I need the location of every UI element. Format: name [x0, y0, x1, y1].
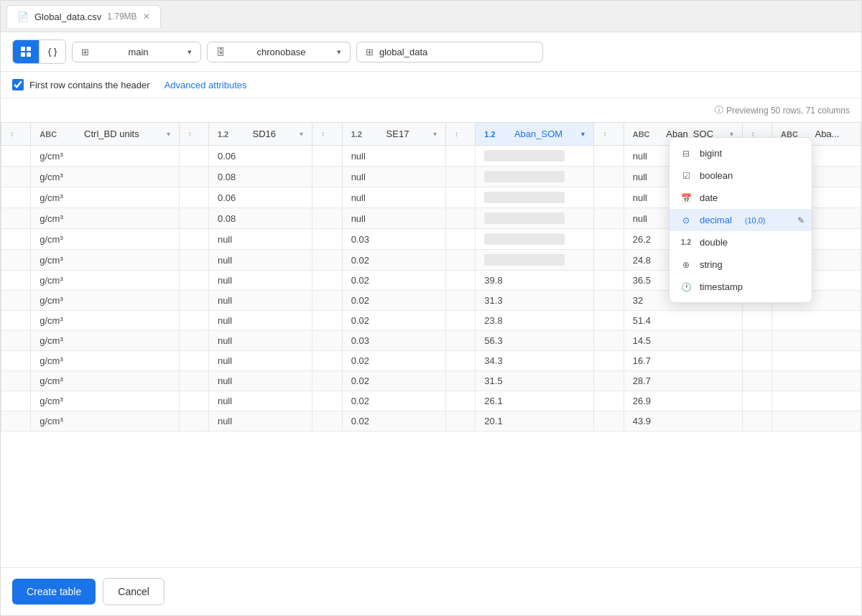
table-view-icon [20, 46, 32, 57]
schema-db-icon: ⊞ [81, 47, 89, 57]
expand-cell [312, 146, 342, 167]
col-header-sd16[interactable]: 1.2 SD16 ▾ [208, 123, 312, 146]
view-table-button[interactable] [13, 40, 39, 63]
expand-cell [446, 371, 476, 391]
cell-sd16: 0.08 [208, 208, 312, 229]
date-icon: 📅 [680, 193, 692, 203]
schema-select[interactable]: ⊞ main ▾ [72, 42, 201, 62]
expand-cell [179, 271, 208, 291]
cell-aba [772, 331, 861, 351]
tab-close-icon[interactable]: ✕ [143, 11, 150, 22]
type-option-string[interactable]: ⊕ string [669, 253, 812, 276]
cell-sd16: null [208, 271, 312, 291]
expand-cell [179, 229, 208, 250]
cell-se17: 0.02 [342, 371, 445, 391]
col-chevron-1[interactable]: ▾ [300, 130, 303, 138]
cell-aban-som: 20.1 [476, 411, 594, 431]
expand-cell [312, 291, 342, 311]
expand-cell [446, 311, 476, 331]
expand-cell [594, 250, 624, 271]
expand-cell [312, 371, 342, 391]
expand-cell [1, 411, 31, 431]
expand-cell [742, 371, 771, 391]
expand-cell [312, 167, 342, 187]
type-option-double[interactable]: 1.2 double [669, 231, 812, 253]
type-option-timestamp[interactable]: 🕐 timestamp [669, 276, 812, 298]
expand-cell [446, 351, 476, 371]
cell-se17: 0.02 [342, 291, 445, 311]
table-row: g/cm³null0.0223.851.4 [1, 311, 861, 331]
col-chevron-3[interactable]: ▾ [581, 130, 585, 138]
cancel-button[interactable]: Cancel [103, 578, 164, 605]
expand-cell [1, 167, 31, 187]
cell-aban-som [476, 208, 594, 229]
type-label-decimal: decimal [700, 215, 732, 225]
advanced-attributes-link[interactable]: Advanced attributes [164, 80, 247, 90]
expand-cell [742, 331, 771, 351]
cell-sd16: null [208, 391, 312, 411]
cell-ctrl-bd: g/cm³ [31, 229, 179, 250]
type-option-bigint[interactable]: ⊟ bigint [669, 142, 812, 164]
cell-ctrl-bd: g/cm³ [31, 331, 179, 351]
cell-aban-soc: 14.5 [624, 331, 742, 351]
options-row: First row contains the header Advanced a… [1, 72, 861, 98]
expand-cell [594, 271, 624, 291]
col-chevron-2[interactable]: ▾ [433, 130, 437, 138]
type-label-timestamp: timestamp [700, 281, 743, 292]
expand-cell [594, 311, 624, 331]
database-select[interactable]: 🗄 chronobase ▾ [207, 42, 351, 62]
expand-cell [1, 250, 31, 271]
cell-aban-som [476, 187, 594, 208]
gray-bar [484, 254, 565, 266]
table-row: g/cm³null0.0226.126.9 [1, 391, 861, 411]
table-name-input[interactable]: ⊞ global_data [356, 42, 543, 62]
first-row-header-label[interactable]: First row contains the header [12, 79, 150, 90]
cell-aban-som [476, 167, 594, 187]
cell-se17: null [342, 146, 445, 167]
create-table-button[interactable]: Create table [12, 579, 96, 605]
type-label-bigint: bigint [700, 148, 722, 159]
col-header-ctrl-bd[interactable]: ABC Ctrl_BD units ▾ [31, 123, 179, 146]
expand-cell [594, 371, 624, 391]
cell-aban-soc: 51.4 [624, 311, 742, 331]
cell-se17: 0.03 [342, 229, 445, 250]
col-chevron-0[interactable]: ▾ [167, 130, 170, 138]
expand-cell [179, 371, 208, 391]
cell-sd16: null [208, 411, 312, 431]
svg-rect-2 [21, 52, 25, 57]
first-row-header-checkbox[interactable] [12, 79, 24, 90]
col-header-aban-som[interactable]: 1.2 Aban_SOM ▾ [476, 123, 594, 146]
type-option-date[interactable]: 📅 date [669, 187, 812, 209]
table-row: g/cm³null0.0234.316.7 [1, 351, 861, 371]
cell-aba [772, 391, 861, 411]
string-icon: ⊕ [680, 260, 692, 270]
database-chevron-icon: ▾ [337, 47, 341, 57]
expand-cell [312, 271, 342, 291]
type-option-decimal[interactable]: ⊙ decimal (10,0) ✎ [669, 209, 812, 231]
tab-filesize: 1.79MB [107, 11, 136, 22]
gray-bar [484, 192, 565, 203]
cell-aba [772, 311, 861, 331]
expand-cell [594, 146, 624, 167]
file-tab[interactable]: 📄 Global_data.csv 1.79MB ✕ [6, 5, 161, 28]
col-header-se17[interactable]: 1.2 SE17 ▾ [342, 123, 445, 146]
cell-ctrl-bd: g/cm³ [31, 351, 179, 371]
expand-cell [179, 311, 208, 331]
cell-sd16: null [208, 229, 312, 250]
col-expand-2: ↕ [312, 123, 342, 146]
schema-label: main [128, 47, 148, 57]
cell-aban-som: 31.5 [476, 371, 594, 391]
type-option-boolean[interactable]: ☑ boolean [669, 164, 812, 187]
bigint-icon: ⊟ [680, 149, 692, 159]
database-icon: 🗄 [216, 47, 226, 57]
expand-cell [312, 208, 342, 229]
view-sql-button[interactable]: { } [40, 40, 65, 63]
cell-sd16: null [208, 291, 312, 311]
expand-cell [312, 391, 342, 411]
col-expand-3: ↕ [446, 123, 476, 146]
cell-aban-soc: 28.7 [624, 371, 742, 391]
edit-decimal-icon[interactable]: ✎ [797, 215, 805, 225]
info-icon: ⓘ [715, 104, 723, 116]
database-label: chronobase [257, 47, 306, 57]
cell-aba [772, 351, 861, 371]
